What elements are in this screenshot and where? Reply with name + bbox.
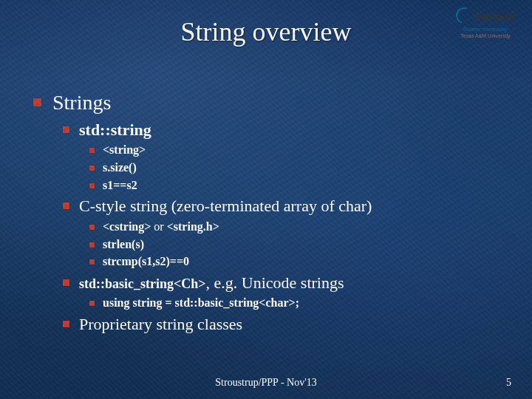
logo-mark: Parasol [456, 7, 514, 24]
logo-name: Parasol [474, 10, 514, 22]
page-number: 5 [506, 377, 511, 389]
sub-item: <string> [89, 142, 510, 158]
label-bold: std::basic_string<Ch> [79, 276, 206, 291]
logo-tagline: Smarter computing. [452, 27, 519, 32]
part-plain: or [151, 220, 166, 233]
swoosh-icon [454, 4, 475, 26]
sub-item: using string = std::basic_string<char>; [89, 295, 510, 311]
logo-university: Texas A&M University [452, 33, 519, 38]
bullet-basicstring: std::basic_string<Ch>, e.g. Unicode stri… [63, 272, 510, 311]
bullet-main: Strings std::string <string> s.size() s1… [33, 89, 510, 335]
part-bold: <string.h> [167, 220, 219, 233]
sub-item: s1==s2 [89, 177, 510, 194]
content-area: Strings std::string <string> s.size() s1… [33, 89, 510, 338]
label: C-style string (zero-terminated array of… [79, 197, 372, 215]
label: std::string [79, 120, 151, 139]
sub-item: strlen(s) [89, 236, 510, 253]
parasol-logo: Parasol Smarter computing. Texas A&M Uni… [452, 7, 519, 38]
part-bold: <cstring> [103, 220, 151, 233]
sub-item: <cstring> or <string.h> [89, 219, 510, 235]
bullet-proprietary: Proprietary string classes [63, 313, 510, 335]
footer-text: Stroustrup/PPP - Nov'13 [0, 377, 532, 389]
label: Proprietary string classes [79, 315, 242, 333]
slide: String overview Parasol Smarter computin… [0, 0, 532, 399]
label-tail: , e.g. Unicode strings [206, 273, 344, 292]
bullet-stdstring: std::string <string> s.size() s1==s2 [63, 119, 510, 193]
sub-item: s.size() [89, 160, 510, 176]
bullet-cstyle: C-style string (zero-terminated array of… [63, 195, 510, 269]
sub-item: strcmp(s1,s2)==0 [89, 253, 510, 270]
bullet-main-text: Strings [52, 91, 111, 114]
